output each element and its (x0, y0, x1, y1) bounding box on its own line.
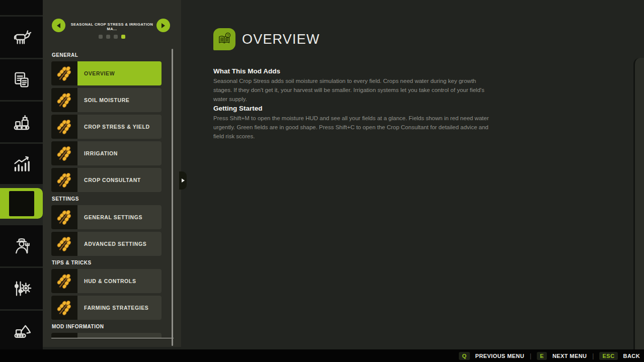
arrow-right-icon (162, 23, 165, 28)
back-hint[interactable]: BACK (623, 353, 640, 359)
sidebar-item-crop-consultant[interactable]: CROP CONSULTANT (51, 168, 162, 192)
sidebar-item-soil-moisture[interactable]: SOIL MOISTURE (51, 88, 162, 112)
separator: | (592, 352, 594, 359)
sidebar-item-advanced-settings[interactable]: ADVANCED SETTINGS (51, 232, 162, 256)
key-q-badge: Q (459, 352, 469, 360)
sidebar-item-label: CROP CONSULTANT (84, 177, 141, 183)
rail-tab-statistics[interactable] (0, 144, 43, 184)
rail-tab-production[interactable] (0, 102, 43, 142)
sidebar-item-label: HUD & CONTROLS (84, 278, 136, 284)
section-body-getting-started: Press Shift+M to open the moisture HUD a… (213, 114, 495, 141)
separator: | (530, 352, 531, 359)
character-icon (12, 236, 32, 256)
wheat-icon (51, 115, 77, 139)
list-bottom-divider (51, 338, 174, 338)
section-header-general: GENERAL (52, 52, 162, 58)
mod-help-icon (9, 191, 34, 216)
tuning-icon (12, 279, 32, 299)
sidebar-item-label: IRRIGATION (84, 150, 118, 156)
rail-tab-map[interactable] (0, 0, 43, 15)
rail-tab-mod-help-selected[interactable] (0, 188, 43, 219)
sidebar-scrollbar[interactable] (172, 49, 173, 346)
sidebar-expand-handle[interactable] (179, 171, 187, 190)
help-menu-screen: SEASONAL CROP STRESS & IRRIGATION MA... … (0, 0, 644, 362)
sidebar-topic-list: GENERAL OVERVIEW SOIL MOISTURE CROP STRE… (51, 50, 162, 338)
footer-hint-bar: Q PREVIOUS MENU | E NEXT MENU | ESC BACK (0, 349, 644, 362)
rail-tab-contracts[interactable] (0, 59, 43, 100)
next-menu-hint[interactable]: NEXT MENU (552, 353, 587, 359)
wheat-icon (51, 296, 77, 320)
sidebar-category-title: SEASONAL CROP STRESS & IRRIGATION MA... (68, 22, 156, 31)
wheat-icon (51, 168, 77, 192)
section-heading-getting-started: Getting Started (213, 105, 500, 112)
section-header-tips-tricks: TIPS & TRICKS (52, 260, 162, 265)
sidebar-item-label: OVERVIEW (84, 70, 115, 76)
sidebar-item-hud-controls[interactable]: HUD & CONTROLS (51, 269, 162, 293)
section-header-settings: SETTINGS (52, 196, 162, 202)
map-icon (12, 0, 32, 5)
sidebar-item-label: CROP STRESS & YIELD (84, 124, 150, 130)
sidebar-item-irrigation[interactable]: IRRIGATION (51, 141, 162, 165)
wheat-icon (51, 141, 77, 165)
sidebar-item-label: ADVANCED SETTINGS (84, 241, 146, 247)
pagination-dot (99, 35, 103, 39)
rail-tab-character[interactable] (0, 225, 43, 266)
content-scroll-track[interactable] (633, 58, 644, 349)
pagination-dot-active (121, 35, 125, 39)
help-sidebar: SEASONAL CROP STRESS & IRRIGATION MA... … (43, 0, 181, 347)
wheat-icon (51, 61, 77, 85)
statistics-icon (12, 154, 32, 174)
selected-item-bump (157, 66, 162, 81)
left-icon-rail (0, 0, 43, 349)
sidebar-item-general-settings[interactable]: GENERAL SETTINGS (51, 205, 162, 229)
rail-tab-tuning[interactable] (0, 268, 43, 309)
arrow-left-icon (57, 23, 60, 28)
prev-category-button[interactable] (52, 19, 65, 32)
page-title: OVERVIEW (242, 28, 320, 50)
animals-icon (12, 27, 32, 47)
rail-tab-construction[interactable] (0, 311, 43, 349)
pagination-dot (106, 35, 110, 39)
sidebar-item-label: FARMING STRATEGIES (84, 305, 148, 311)
key-esc-badge: ESC (599, 352, 617, 360)
sidebar-item-label: GENERAL SETTINGS (84, 214, 142, 220)
contracts-icon (12, 70, 32, 90)
section-header-mod-information: MOD INFORMATION (52, 324, 162, 329)
pagination-dots (43, 35, 181, 39)
rail-tab-animals[interactable] (0, 17, 43, 58)
next-category-button[interactable] (156, 19, 170, 32)
pagination-dot (114, 35, 118, 39)
sidebar-item-overview[interactable]: OVERVIEW (51, 61, 162, 85)
expand-arrow-icon (182, 178, 185, 183)
wheat-icon (51, 232, 77, 256)
key-e-badge: E (537, 352, 547, 360)
section-body-what-this-mod-adds: Seasonal Crop Stress adds soil moisture … (213, 77, 495, 104)
sidebar-item-farming-strategies[interactable]: FARMING STRATEGIES (51, 296, 162, 320)
wheat-icon (51, 88, 77, 112)
section-heading-what-this-mod-adds: What This Mod Adds (213, 67, 500, 75)
sidebar-item-label: SOIL MOISTURE (84, 97, 129, 103)
production-icon (12, 112, 32, 132)
construction-icon (12, 320, 32, 340)
wheat-icon (51, 205, 77, 229)
help-book-icon (213, 28, 235, 50)
sidebar-item-crop-stress-yield[interactable]: CROP STRESS & YIELD (51, 115, 162, 139)
previous-menu-hint[interactable]: PREVIOUS MENU (475, 353, 525, 359)
wheat-icon (51, 269, 77, 293)
